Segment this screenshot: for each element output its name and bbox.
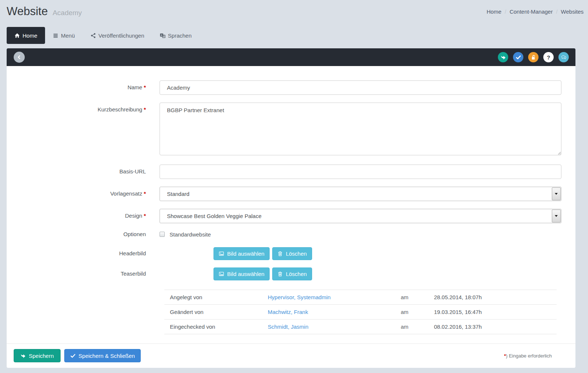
name-label: Name* xyxy=(7,80,146,91)
label-text: Vorlagensatz xyxy=(110,190,142,197)
check-icon xyxy=(516,55,521,60)
meta-label: Geändert von xyxy=(164,305,268,320)
check-icon xyxy=(70,353,76,359)
teaser-image-select-button[interactable]: Bild auswählen xyxy=(213,267,270,280)
tab-menu[interactable]: Menü xyxy=(45,27,83,44)
tab-languages[interactable]: Sprachen xyxy=(152,27,199,44)
form-row-teaser-image: Teaserbild Bild auswählen Löschen xyxy=(7,267,575,280)
dropdown-button[interactable] xyxy=(552,210,561,222)
table-row: Eingechecked von Schmidt, Jasmin am 08.0… xyxy=(164,320,557,334)
required-note: *) Eingabe erforderlich xyxy=(504,353,552,359)
tab-label: Veröffentlichungen xyxy=(99,32,144,39)
design-select[interactable]: Showcase Best Golden Veggie Palace xyxy=(160,209,561,223)
button-label: Löschen xyxy=(286,271,307,277)
page-title: Website xyxy=(7,4,48,18)
meta-prep: am xyxy=(401,320,434,334)
user-link[interactable]: Machwitz, Frank xyxy=(268,309,308,315)
meta-label: Angelegt von xyxy=(164,290,268,305)
toolbar-actions: ? xyxy=(498,52,569,62)
help-button[interactable]: ? xyxy=(543,52,554,62)
share-icon xyxy=(90,33,96,38)
title-wrap: Website Academy xyxy=(7,4,82,18)
label-text: Headerbild xyxy=(119,250,146,256)
form-row-base-url: Basis-URL xyxy=(7,165,575,179)
button-label: Bild auswählen xyxy=(227,271,264,277)
template-set-select[interactable]: Standard xyxy=(160,187,561,201)
comments-icon xyxy=(561,55,567,60)
header-image-label: Headerbild xyxy=(7,247,146,257)
tab-home[interactable]: Home xyxy=(7,27,45,44)
dropdown-button[interactable] xyxy=(552,187,561,200)
main-panel: ? Name* Kurzbeschreibung* BGBP Partner E… xyxy=(7,48,575,368)
picture-icon xyxy=(219,271,224,277)
comments-button[interactable] xyxy=(558,52,569,62)
teaser-image-delete-button[interactable]: Löschen xyxy=(272,267,312,280)
default-website-checkbox[interactable] xyxy=(160,232,165,237)
required-asterisk: * xyxy=(144,213,146,219)
button-label: Speichern xyxy=(29,353,54,359)
breadcrumb-separator: / xyxy=(505,8,506,15)
description-label: Kurzbeschreibung* xyxy=(7,103,146,113)
header-image-select-button[interactable]: Bild auswählen xyxy=(213,247,270,260)
design-label: Design* xyxy=(7,209,146,219)
base-url-field[interactable] xyxy=(160,165,561,179)
user-link[interactable]: Schmidt, Jasmin xyxy=(268,324,308,330)
question-icon: ? xyxy=(547,54,550,61)
label-text: Optionen xyxy=(123,231,146,237)
breadcrumb: Home / Content-Manager / Websites xyxy=(486,8,584,15)
label-text: Design xyxy=(125,213,142,219)
description-field[interactable]: BGBP Partner Extranet xyxy=(160,103,561,155)
label-text: Kurzbeschreibung xyxy=(98,106,142,113)
tab-label: Sprachen xyxy=(168,32,192,39)
save-button[interactable]: Speichern xyxy=(14,349,61,362)
reply-arrow-icon xyxy=(500,55,506,60)
form-row-design: Design* Showcase Best Golden Veggie Pala… xyxy=(7,209,575,223)
tab-bar: Home Menü Veröffentlichungen Sprachen xyxy=(7,27,588,44)
tab-label: Menü xyxy=(61,32,75,39)
button-label: Speichern & Schließen xyxy=(79,353,135,359)
required-asterisk: * xyxy=(144,106,146,113)
button-label: Löschen xyxy=(286,251,307,257)
header-image-delete-button[interactable]: Löschen xyxy=(272,247,312,260)
reply-arrow-icon xyxy=(20,353,26,359)
breadcrumb-content-manager[interactable]: Content-Manager xyxy=(510,8,553,15)
save-action-button[interactable] xyxy=(498,52,508,62)
breadcrumb-separator: / xyxy=(556,8,557,15)
chevron-down-icon xyxy=(555,215,558,217)
picture-icon xyxy=(219,251,224,256)
language-icon xyxy=(160,33,165,38)
template-set-label: Vorlagensatz* xyxy=(7,187,146,197)
tab-label: Home xyxy=(23,32,37,39)
label-text: Basis-URL xyxy=(119,168,146,175)
meta-date: 19.03.2015, 16:47h xyxy=(434,305,557,320)
form-row-description: Kurzbeschreibung* BGBP Partner Extranet xyxy=(7,103,575,157)
form-row-template-set: Vorlagensatz* Standard xyxy=(7,187,575,201)
selected-value: Standard xyxy=(160,187,189,201)
label-text: Name xyxy=(127,84,142,90)
form-row-header-image: Headerbild Bild auswählen Löschen xyxy=(7,247,575,260)
save-close-action-button[interactable] xyxy=(513,52,523,62)
footer-buttons: Speichern Speichern & Schließen xyxy=(14,349,141,362)
chevron-down-icon xyxy=(555,193,558,195)
meta-prep: am xyxy=(401,305,434,320)
user-link[interactable]: Hypervisor, Systemadmin xyxy=(268,294,331,300)
meta-date: 08.02.2016, 13:37h xyxy=(434,320,557,334)
form-content: Name* Kurzbeschreibung* BGBP Partner Ext… xyxy=(7,66,575,343)
record-toolbar: ? xyxy=(7,48,575,66)
tab-publications[interactable]: Veröffentlichungen xyxy=(83,27,152,44)
meta-label: Eingechecked von xyxy=(164,320,268,334)
teaser-image-label: Teaserbild xyxy=(7,267,146,277)
list-icon xyxy=(53,33,58,38)
unlock-button[interactable] xyxy=(528,52,539,62)
form-row-name: Name* xyxy=(7,80,575,95)
table-row: Angelegt von Hypervisor, Systemadmin am … xyxy=(164,290,557,305)
form-footer: Speichern Speichern & Schließen *) Einga… xyxy=(7,343,575,368)
back-button[interactable] xyxy=(14,52,25,63)
name-field[interactable] xyxy=(160,80,561,95)
button-label: Bild auswählen xyxy=(227,251,264,257)
default-website-checkbox-label[interactable]: Standardwebsite xyxy=(170,231,211,238)
breadcrumb-home[interactable]: Home xyxy=(486,8,501,15)
save-and-close-button[interactable]: Speichern & Schließen xyxy=(64,349,141,362)
page-header: Website Academy Home / Content-Manager /… xyxy=(0,0,588,23)
page-subtitle: Academy xyxy=(52,9,82,17)
